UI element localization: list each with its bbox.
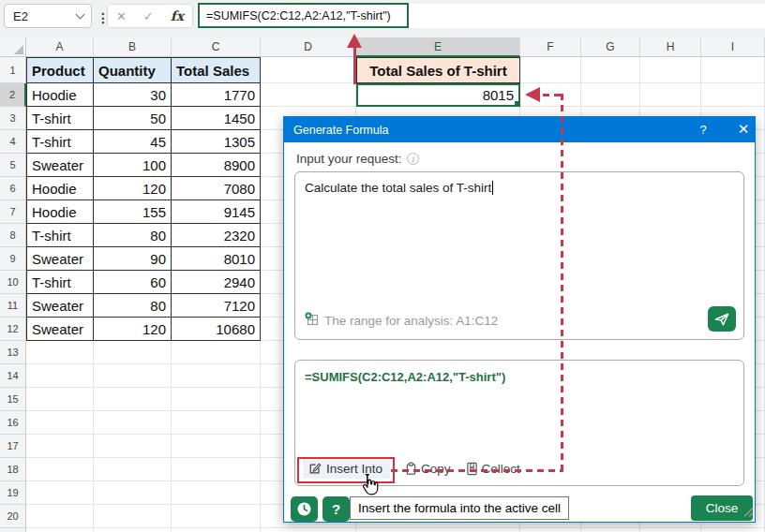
select-all-corner[interactable] — [0, 37, 26, 57]
cell-A2[interactable]: Hoodie — [26, 83, 94, 107]
column-header-F[interactable]: F — [520, 37, 581, 57]
cell-H1[interactable] — [640, 57, 701, 83]
cell-B20[interactable] — [94, 505, 172, 528]
cell-I21[interactable] — [701, 528, 765, 532]
cell-A12[interactable]: Sweater — [26, 318, 94, 341]
column-header-E[interactable]: E — [356, 37, 520, 57]
row-header-13[interactable]: 13 — [0, 341, 26, 364]
cell-D1[interactable] — [261, 57, 356, 83]
cell-A9[interactable]: Sweater — [26, 247, 94, 271]
cancel-icon[interactable]: ✕ — [116, 9, 127, 23]
cell-B16[interactable] — [94, 411, 172, 435]
copy-button[interactable]: Copy — [405, 462, 451, 476]
cell-A19[interactable] — [26, 481, 94, 505]
cell-A16[interactable] — [26, 411, 94, 435]
row-header-14[interactable]: 14 — [0, 364, 26, 388]
row-header-21[interactable]: 21 — [0, 528, 26, 532]
row-header-6[interactable]: 6 — [0, 177, 26, 200]
cell-B15[interactable] — [94, 388, 172, 411]
cell-I1[interactable] — [701, 57, 765, 83]
cell-D2[interactable] — [261, 83, 356, 107]
cell-B7[interactable]: 155 — [94, 200, 172, 224]
cell-A13[interactable] — [26, 341, 94, 364]
cell-B13[interactable] — [94, 341, 172, 364]
cell-B17[interactable] — [94, 435, 172, 458]
row-header-20[interactable]: 20 — [0, 505, 26, 528]
cell-A5[interactable]: Sweater — [26, 154, 94, 177]
cell-B3[interactable]: 50 — [94, 107, 172, 130]
cell-A14[interactable] — [26, 364, 94, 388]
cell-E21[interactable] — [356, 528, 520, 532]
chevron-down-icon[interactable] — [76, 10, 85, 20]
cell-A7[interactable]: Hoodie — [26, 200, 94, 224]
cell-B2[interactable]: 30 — [94, 83, 172, 107]
cell-B18[interactable] — [94, 458, 172, 481]
cell-B12[interactable]: 120 — [94, 318, 172, 341]
row-header-5[interactable]: 5 — [0, 154, 26, 177]
column-header-C[interactable]: C — [172, 37, 261, 57]
cell-A1[interactable]: Product — [26, 57, 94, 83]
cell-C17[interactable] — [172, 435, 261, 458]
cell-C13[interactable] — [172, 341, 261, 364]
cell-E1[interactable]: Total Sales of T-shirt — [356, 57, 520, 83]
cell-A20[interactable] — [26, 505, 94, 528]
cell-E2[interactable]: 8015 — [356, 83, 520, 107]
cell-C8[interactable]: 2320 — [172, 224, 261, 247]
cell-C2[interactable]: 1770 — [172, 83, 261, 107]
column-header-I[interactable]: I — [701, 37, 765, 57]
cell-C9[interactable]: 8010 — [172, 247, 261, 271]
cell-C3[interactable]: 1450 — [172, 107, 261, 130]
cell-A21[interactable] — [26, 528, 94, 532]
cell-A17[interactable] — [26, 435, 94, 458]
cell-I2[interactable] — [701, 83, 765, 107]
column-header-H[interactable]: H — [640, 37, 701, 57]
row-header-11[interactable]: 11 — [0, 294, 26, 318]
row-header-9[interactable]: 9 — [0, 247, 26, 271]
cell-B5[interactable]: 100 — [94, 154, 172, 177]
dialog-close-icon[interactable]: ✕ — [732, 117, 755, 142]
resize-grip[interactable] — [743, 504, 754, 521]
row-header-16[interactable]: 16 — [0, 411, 26, 435]
cell-B6[interactable]: 120 — [94, 177, 172, 200]
cell-G1[interactable] — [581, 57, 640, 83]
cell-A3[interactable]: T-shirt — [26, 107, 94, 130]
dialog-help-icon[interactable]: ? — [693, 117, 713, 142]
cell-A4[interactable]: T-shirt — [26, 130, 94, 154]
cell-F1[interactable] — [520, 57, 581, 83]
cell-A10[interactable]: T-shirt — [26, 271, 94, 294]
row-header-18[interactable]: 18 — [0, 458, 26, 481]
cell-B1[interactable]: Quantity — [94, 57, 172, 83]
cell-C6[interactable]: 7080 — [172, 177, 261, 200]
row-header-12[interactable]: 12 — [0, 318, 26, 341]
fx-icon[interactable]: fx — [171, 8, 184, 23]
column-header-A[interactable]: A — [26, 37, 94, 57]
confirm-icon[interactable]: ✓ — [143, 9, 154, 23]
cell-A11[interactable]: Sweater — [26, 294, 94, 318]
cell-B11[interactable]: 80 — [94, 294, 172, 318]
cell-B19[interactable] — [94, 481, 172, 505]
cell-B14[interactable] — [94, 364, 172, 388]
cell-G21[interactable] — [581, 528, 640, 532]
cell-A18[interactable] — [26, 458, 94, 481]
cell-C7[interactable]: 9145 — [172, 200, 261, 224]
cell-B8[interactable]: 80 — [94, 224, 172, 247]
collect-button[interactable]: Collect — [466, 462, 520, 476]
cell-A6[interactable]: Hoodie — [26, 177, 94, 200]
cell-A8[interactable]: T-shirt — [26, 224, 94, 247]
cell-C16[interactable] — [172, 411, 261, 435]
row-header-7[interactable]: 7 — [0, 200, 26, 224]
row-header-3[interactable]: 3 — [0, 107, 26, 130]
row-header-2[interactable]: 2 — [0, 83, 26, 107]
cell-C5[interactable]: 8900 — [172, 154, 261, 177]
row-header-1[interactable]: 1 — [0, 57, 26, 83]
cell-C14[interactable] — [172, 364, 261, 388]
cell-C20[interactable] — [172, 505, 261, 528]
cell-F21[interactable] — [520, 528, 581, 532]
row-header-8[interactable]: 8 — [0, 224, 26, 247]
row-header-19[interactable]: 19 — [0, 481, 26, 505]
row-header-15[interactable]: 15 — [0, 388, 26, 411]
cell-C12[interactable]: 10680 — [172, 318, 261, 341]
dialog-title-bar[interactable]: Generate Formula ? ✕ — [284, 117, 755, 142]
cell-G2[interactable] — [581, 83, 640, 107]
cell-C10[interactable]: 2940 — [172, 271, 261, 294]
